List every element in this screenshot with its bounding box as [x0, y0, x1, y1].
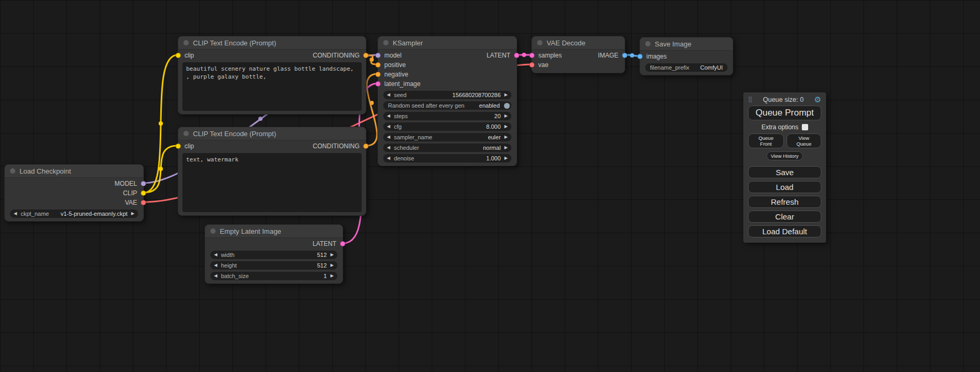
image-port-dot[interactable]	[622, 53, 627, 58]
arrow-right-icon[interactable]: ▶	[131, 212, 134, 216]
latent-port-dot[interactable]	[529, 53, 535, 58]
input-slot-model[interactable]: model	[378, 52, 402, 59]
arrow-left-icon[interactable]: ◀	[14, 212, 17, 216]
arrow-right-icon[interactable]: ▶	[331, 274, 334, 278]
arrow-left-icon[interactable]: ◀	[214, 263, 217, 268]
collapse-toggle-icon[interactable]	[183, 40, 189, 45]
arrow-right-icon[interactable]: ▶	[504, 146, 508, 150]
widget-height[interactable]: ◀ height 512 ▶	[210, 261, 337, 270]
node-vae-decode[interactable]: VAE Decode samples IMAGE vae	[531, 36, 625, 73]
load-default-button[interactable]: Load Default	[748, 225, 821, 237]
queue-prompt-button[interactable]: Queue Prompt	[748, 106, 821, 120]
seed-control-knob-icon[interactable]	[504, 103, 510, 109]
extra-options-checkbox[interactable]	[802, 124, 808, 130]
widget-denoise[interactable]: ◀ denoise 1.000 ▶	[383, 154, 511, 163]
node-title-bar[interactable]: VAE Decode	[532, 36, 625, 50]
conditioning-port-dot[interactable]	[363, 53, 368, 58]
view-history-button[interactable]: View History	[766, 151, 803, 160]
widget-seed[interactable]: ◀ seed 156680208700286 ▶	[383, 91, 511, 99]
arrow-right-icon[interactable]: ▶	[504, 135, 508, 139]
arrow-left-icon[interactable]: ◀	[387, 93, 390, 97]
node-graph-canvas[interactable]: Load Checkpoint MODEL CLIP VAE	[0, 0, 980, 372]
arrow-right-icon[interactable]: ▶	[331, 253, 334, 257]
node-save-image[interactable]: Save Image images filename_prefix ComfyU…	[639, 37, 733, 75]
arrow-right-icon[interactable]: ▶	[331, 263, 334, 268]
model-port-dot[interactable]	[375, 53, 381, 58]
output-slot-latent[interactable]: LATENT	[313, 240, 343, 247]
widget-ckpt-name[interactable]: ◀ ckpt_name v1-5-pruned-emaonly.ckpt ▶	[10, 209, 138, 218]
conditioning-port-dot[interactable]	[363, 144, 368, 149]
clear-button[interactable]: Clear	[748, 211, 821, 223]
refresh-button[interactable]: Refresh	[748, 196, 821, 208]
arrow-left-icon[interactable]: ◀	[387, 156, 390, 160]
input-slot-clip[interactable]: clip	[178, 52, 194, 59]
load-button[interactable]: Load	[748, 181, 821, 193]
node-clip-text-encode-negative[interactable]: CLIP Text Encode (Prompt) clip CONDITION…	[178, 127, 366, 216]
node-title-bar[interactable]: Load Checkpoint	[5, 165, 143, 178]
arrow-left-icon[interactable]: ◀	[214, 253, 217, 257]
input-slot-samples[interactable]: samples	[532, 52, 562, 59]
arrow-left-icon[interactable]: ◀	[387, 146, 390, 150]
arrow-right-icon[interactable]: ▶	[504, 125, 508, 129]
clip-port-dot[interactable]	[141, 190, 146, 196]
input-slot-clip[interactable]: clip	[178, 142, 194, 150]
input-slot-latent-image[interactable]: latent_image	[378, 80, 421, 88]
vae-port-dot[interactable]	[529, 62, 535, 68]
collapse-toggle-icon[interactable]	[537, 40, 542, 45]
collapse-toggle-icon[interactable]	[10, 168, 15, 174]
node-title-bar[interactable]: Save Image	[640, 37, 733, 51]
input-slot-negative[interactable]: negative	[378, 71, 408, 78]
clip-port-dot[interactable]	[176, 144, 181, 149]
input-slot-images[interactable]: images	[640, 53, 667, 60]
negative-prompt-textarea[interactable]: text, watermark	[182, 153, 362, 212]
widget-batch-size[interactable]: ◀ batch_size 1 ▶	[210, 272, 337, 280]
widget-scheduler[interactable]: ◀ scheduler normal ▶	[383, 144, 511, 152]
latent-port-dot[interactable]	[514, 53, 519, 58]
model-port-dot[interactable]	[141, 181, 146, 186]
widget-sampler-name[interactable]: ◀ sampler_name euler ▶	[383, 133, 511, 141]
conditioning-port-dot[interactable]	[375, 72, 381, 77]
widget-steps[interactable]: ◀ steps 20 ▶	[383, 112, 511, 120]
widget-cfg[interactable]: ◀ cfg 8.000 ▶	[383, 122, 511, 131]
input-slot-vae[interactable]: vae	[532, 61, 548, 69]
vae-port-dot[interactable]	[141, 200, 146, 205]
output-slot-conditioning[interactable]: CONDITIONING	[313, 142, 366, 150]
node-empty-latent-image[interactable]: Empty Latent Image LATENT ◀ width 512 ▶ …	[205, 224, 343, 284]
node-title-bar[interactable]: Empty Latent Image	[205, 225, 343, 238]
node-load-checkpoint[interactable]: Load Checkpoint MODEL CLIP VAE	[4, 164, 144, 222]
output-slot-vae[interactable]: VAE	[125, 199, 143, 206]
output-slot-image[interactable]: IMAGE	[598, 52, 625, 59]
output-slot-conditioning[interactable]: CONDITIONING	[313, 52, 366, 59]
node-ksampler[interactable]: KSampler model LATENT positive	[377, 36, 517, 166]
clip-port-dot[interactable]	[176, 53, 181, 58]
collapse-toggle-icon[interactable]	[210, 228, 216, 234]
output-slot-clip[interactable]: CLIP	[123, 189, 143, 197]
latent-port-dot[interactable]	[375, 81, 381, 87]
image-port-dot[interactable]	[637, 54, 643, 59]
output-slot-latent[interactable]: LATENT	[487, 52, 517, 59]
node-clip-text-encode-positive[interactable]: CLIP Text Encode (Prompt) clip CONDITION…	[178, 36, 366, 115]
collapse-toggle-icon[interactable]	[645, 41, 651, 46]
widget-width[interactable]: ◀ width 512 ▶	[210, 251, 337, 259]
node-title-bar[interactable]: KSampler	[378, 36, 517, 50]
arrow-left-icon[interactable]: ◀	[387, 125, 390, 129]
node-title-bar[interactable]: CLIP Text Encode (Prompt)	[178, 36, 366, 50]
save-button[interactable]: Save	[748, 166, 821, 178]
widget-filename-prefix[interactable]: filename_prefix ComfyUI	[645, 63, 727, 72]
output-slot-model[interactable]: MODEL	[114, 180, 143, 187]
queue-front-button[interactable]: Queue Front	[748, 133, 784, 148]
settings-gear-icon[interactable]: ⚙	[814, 96, 821, 103]
arrow-right-icon[interactable]: ▶	[504, 93, 508, 97]
arrow-left-icon[interactable]: ◀	[214, 274, 217, 278]
arrow-right-icon[interactable]: ▶	[504, 114, 508, 118]
input-slot-positive[interactable]: positive	[378, 61, 406, 69]
arrow-right-icon[interactable]: ▶	[504, 156, 508, 160]
node-title-bar[interactable]: CLIP Text Encode (Prompt)	[178, 127, 366, 140]
collapse-toggle-icon[interactable]	[383, 40, 389, 45]
positive-prompt-textarea[interactable]: beautiful scenery nature glass bottle la…	[182, 62, 362, 111]
collapse-toggle-icon[interactable]	[183, 131, 189, 136]
arrow-left-icon[interactable]: ◀	[387, 135, 390, 139]
arrow-left-icon[interactable]: ◀	[387, 114, 390, 118]
latent-port-dot[interactable]	[340, 241, 345, 246]
widget-seed-control[interactable]: Random seed after every gen enabled	[383, 101, 511, 110]
